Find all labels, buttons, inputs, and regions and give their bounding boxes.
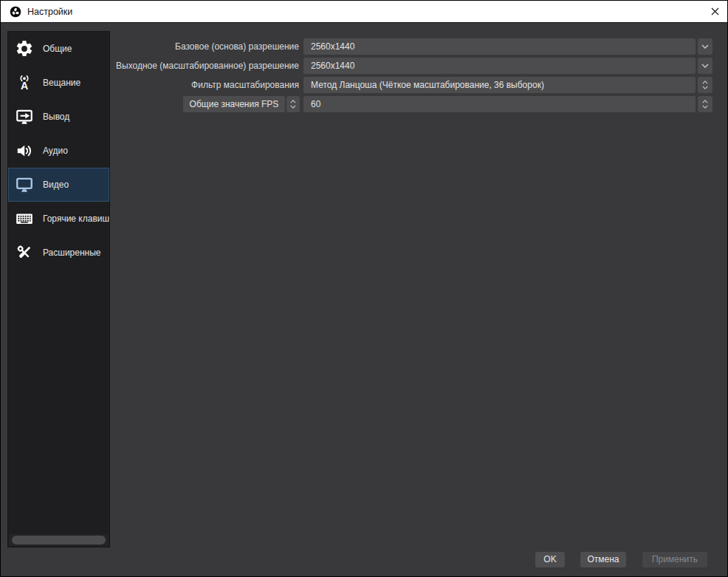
sidebar-item-advanced[interactable]: Расширенные [8,236,109,270]
settings-nav: Общие A Вещание [7,31,110,547]
fps-type-spinner[interactable] [286,96,300,112]
obs-logo-icon [10,6,21,18]
monitor-arrow-icon [13,105,36,129]
fps-value-select[interactable]: 60 [303,96,696,112]
sidebar-item-video[interactable]: Видео [8,168,109,202]
chevron-down-icon [290,105,296,109]
sidebar-item-label: Горячие клавиши [43,214,109,224]
sidebar-item-label: Аудио [43,146,68,156]
output-resolution-label: Выходное (масштабированное) разрешение [97,58,299,74]
cancel-button[interactable]: Отмена [580,552,626,567]
keyboard-icon [13,207,36,231]
tools-icon [13,241,36,264]
close-icon [711,7,719,16]
output-resolution-dropdown-button[interactable] [698,58,712,74]
monitor-icon [13,173,36,197]
sidebar-item-hotkeys[interactable]: Горячие клавиши [8,202,109,236]
sidebar-item-audio[interactable]: Аудио [8,134,109,168]
chevron-down-icon [701,44,709,49]
scrollbar-thumb[interactable] [12,536,106,544]
sidebar-item-label: Вещание [43,78,80,88]
broadcast-icon: A [13,71,36,95]
downscale-filter-select[interactable]: Метод Ланцоша (Чёткое масштабирование, 3… [303,77,696,93]
fps-type-select[interactable]: Общие значения FPS [183,96,285,112]
close-button[interactable] [702,1,727,23]
sidebar-item-label: Общие [43,44,72,54]
sidebar-item-label: Расширенные [43,247,101,258]
base-resolution-label: Базовое (основа) разрешение [97,38,299,55]
chevron-up-icon [290,100,296,103]
base-resolution-value: 2560x1440 [311,41,354,52]
window-title: Настройки [27,7,72,17]
output-resolution-value: 2560x1440 [311,61,354,71]
base-resolution-dropdown-button[interactable] [698,38,712,55]
ok-button[interactable]: OK [535,552,565,567]
chevron-down-icon [701,64,709,68]
chevron-down-icon [702,86,708,89]
downscale-filter-value: Метод Ланцоша (Чёткое масштабирование, 3… [311,80,544,90]
base-resolution-select[interactable]: 2560x1440 [303,38,696,55]
chevron-up-icon [702,100,708,103]
settings-window: Настройки Общие A Вещание [0,0,728,577]
apply-button[interactable]: Применить [642,552,707,567]
svg-text:A: A [21,80,28,92]
sidebar-item-label: Вывод [43,112,69,122]
sidebar-item-label: Видео [43,180,69,190]
sidebar-horizontal-scrollbar[interactable] [9,534,109,546]
chevron-down-icon [702,105,708,109]
fps-value-spinner[interactable] [698,96,712,112]
sidebar-item-general[interactable]: Общие [8,32,109,66]
sidebar-item-stream[interactable]: A Вещание [8,66,109,100]
downscale-filter-label: Фильтр масштабирования [97,77,299,93]
gear-icon [13,37,36,61]
downscale-filter-spinner[interactable] [698,77,712,93]
chevron-up-icon [702,81,708,84]
fps-type-value: Общие значения FPS [190,99,279,109]
fps-value: 60 [311,99,320,109]
sidebar-item-output[interactable]: Вывод [8,100,109,134]
titlebar: Настройки [1,1,727,23]
output-resolution-select[interactable]: 2560x1440 [303,58,696,74]
speaker-icon [13,139,36,163]
